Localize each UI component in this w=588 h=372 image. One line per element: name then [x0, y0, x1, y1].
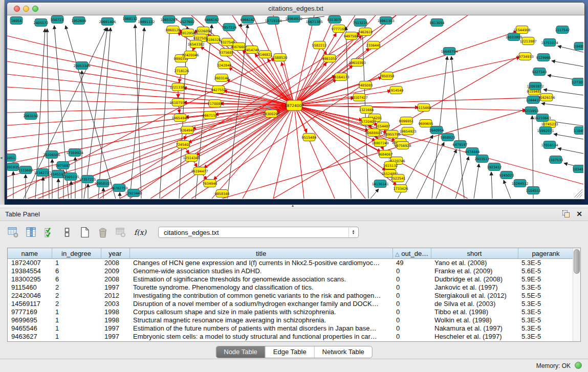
tab-edge-table[interactable]: Edge Table	[266, 346, 315, 358]
network-node[interactable]: 19891132	[138, 18, 155, 26]
network-node[interactable]: 16054	[10, 17, 23, 25]
network-node[interactable]: 9146821	[258, 51, 273, 58]
network-node[interactable]: 1107533	[549, 156, 563, 164]
table-row[interactable]: 2242004622012Investigating the contribut…	[8, 292, 574, 300]
network-node[interactable]: 9129966	[536, 54, 551, 61]
network-node[interactable]: 23226058	[194, 27, 211, 35]
network-node[interactable]: 7245402	[176, 141, 191, 148]
network-node[interactable]: 1615132	[383, 162, 398, 169]
network-node[interactable]: 9264945	[180, 126, 195, 134]
cell-year[interactable]: 1997	[101, 333, 129, 341]
network-node[interactable]: 7513224	[353, 19, 368, 27]
network-node[interactable]: 19610393	[349, 59, 365, 67]
network-node[interactable]: 1321666	[359, 106, 374, 114]
network-node[interactable]: 10244512	[511, 180, 528, 187]
cell-out_degree[interactable]: 0	[393, 300, 431, 308]
network-node[interactable]: 391935	[7, 163, 19, 171]
network-node[interactable]: 12342737	[34, 169, 51, 177]
network-node[interactable]: 1733426	[394, 185, 408, 192]
network-node[interactable]: 18300295	[263, 110, 279, 118]
network-node[interactable]: 9227343	[532, 68, 547, 76]
network-node[interactable]: 16164173	[332, 73, 349, 81]
column-header-out_degree[interactable]: △out_de…	[393, 248, 431, 259]
network-node[interactable]: 8813054	[430, 19, 445, 27]
column-header-name[interactable]: name	[8, 248, 52, 259]
cell-name[interactable]: 9699695	[8, 316, 52, 324]
cell-name[interactable]: 14569117	[8, 300, 52, 308]
network-node[interactable]: 7462610	[358, 28, 373, 36]
network-node[interactable]: 20206506	[43, 151, 60, 159]
network-node[interactable]: 11544908	[513, 26, 530, 34]
network-node[interactable]: 19654948	[171, 114, 188, 122]
cell-in_degree[interactable]: 2	[52, 300, 101, 308]
network-node[interactable]: 5958923	[441, 134, 455, 141]
cell-out_degree[interactable]: 0	[393, 283, 431, 292]
table-row[interactable]: 1938455462009Genome-wide association stu…	[8, 267, 574, 275]
network-node[interactable]: 9497568	[344, 32, 359, 40]
network-node[interactable]: 1588520	[273, 54, 288, 61]
network-node[interactable]: 5582212	[312, 41, 327, 49]
cell-name[interactable]: 22420046	[8, 292, 52, 300]
network-node[interactable]: 127303	[572, 78, 583, 86]
network-node[interactable]: 2718126	[175, 67, 189, 75]
cell-title[interactable]: Embryonic stem cells: a model to study s…	[129, 333, 393, 341]
cell-title[interactable]: Estimation of the future numbers of pati…	[129, 324, 393, 333]
cell-in_degree[interactable]: 1	[52, 324, 101, 333]
delete-table-icon[interactable]	[97, 226, 109, 238]
network-node[interactable]: 7634946	[203, 180, 217, 187]
network-node[interactable]: 9427552	[211, 86, 226, 94]
network-node[interactable]: 1527602	[180, 18, 195, 26]
cell-pagerank[interactable]: 5.3E-5	[518, 283, 574, 292]
cell-short[interactable]: de Silva et al. (2003)	[431, 300, 518, 308]
network-node[interactable]: 10719184	[265, 17, 281, 25]
table-row[interactable]: 1830029562008Estimation of significance …	[8, 275, 574, 283]
network-node[interactable]: 6466162	[205, 16, 220, 24]
cell-pagerank[interactable]: 5.3E-5	[518, 259, 574, 268]
cell-out_degree[interactable]: 0	[393, 316, 431, 324]
tab-node-table[interactable]: Node Table	[216, 346, 266, 358]
network-node[interactable]: 12923448	[125, 189, 142, 197]
table-options-icon[interactable]	[7, 226, 19, 238]
network-node[interactable]: 1952609	[72, 17, 86, 25]
network-node[interactable]: 35051	[7, 154, 16, 162]
cell-pagerank[interactable]: 5.3E-5	[518, 308, 574, 316]
network-node[interactable]: 9515484	[302, 134, 317, 141]
network-node[interactable]: 19756928	[394, 142, 411, 149]
table-row[interactable]: 946362711997Embryonic stem cells: a mode…	[8, 333, 574, 341]
clear-selection-icon[interactable]	[61, 226, 73, 238]
select-all-columns-icon[interactable]	[43, 226, 55, 238]
cell-title[interactable]: Estimation of significance thresholds fo…	[129, 275, 393, 283]
cell-out_degree[interactable]: 0	[393, 333, 431, 341]
cell-out_degree[interactable]: 0	[393, 275, 431, 283]
network-node[interactable]: 2336441	[366, 41, 381, 49]
cell-year[interactable]: 2008	[101, 275, 129, 283]
cell-short[interactable]: Jankovic et al. (1997)	[431, 283, 518, 292]
network-node[interactable]: 16671385	[306, 18, 322, 26]
column-header-pagerank[interactable]: pagerank	[518, 248, 574, 259]
cell-out_degree[interactable]: 49	[393, 259, 431, 268]
network-node[interactable]: 9474444	[465, 148, 480, 156]
network-node[interactable]: 8860128	[166, 26, 181, 34]
cell-year[interactable]: 2003	[101, 300, 129, 308]
cell-in_degree[interactable]: 1	[52, 333, 101, 341]
dropdown-stepper-icon[interactable]: ▲▼	[349, 228, 358, 237]
cell-short[interactable]: Wolkin et al. (1998)	[431, 316, 518, 324]
network-node[interactable]: 7857224	[222, 24, 237, 31]
network-node[interactable]: 23053346	[73, 62, 90, 70]
network-node[interactable]: 9215953	[524, 107, 539, 115]
network-node[interactable]: 9667150	[203, 112, 217, 119]
network-node[interactable]: 1640954	[429, 126, 444, 134]
cell-pagerank[interactable]: 5.3E-5	[518, 300, 574, 308]
network-node[interactable]: 10958107	[94, 180, 111, 187]
network-node[interactable]: 1988132	[123, 15, 138, 23]
network-node[interactable]: 17359924	[66, 149, 83, 157]
cell-short[interactable]: Hescheler et al. (1997)	[431, 333, 518, 341]
cell-title[interactable]: Changes of HCN gene expression and I(f) …	[129, 259, 393, 268]
table-scrollbar[interactable]	[573, 248, 580, 341]
network-node[interactable]: 22420046	[182, 51, 199, 59]
network-node[interactable]: 2522541	[391, 174, 406, 182]
network-node[interactable]: 15720407	[359, 118, 376, 125]
network-node[interactable]: 16194477	[191, 167, 208, 175]
cell-in_degree[interactable]: 2	[52, 292, 101, 300]
cell-title[interactable]: Genome-wide association studies in ADHD.	[129, 267, 393, 275]
